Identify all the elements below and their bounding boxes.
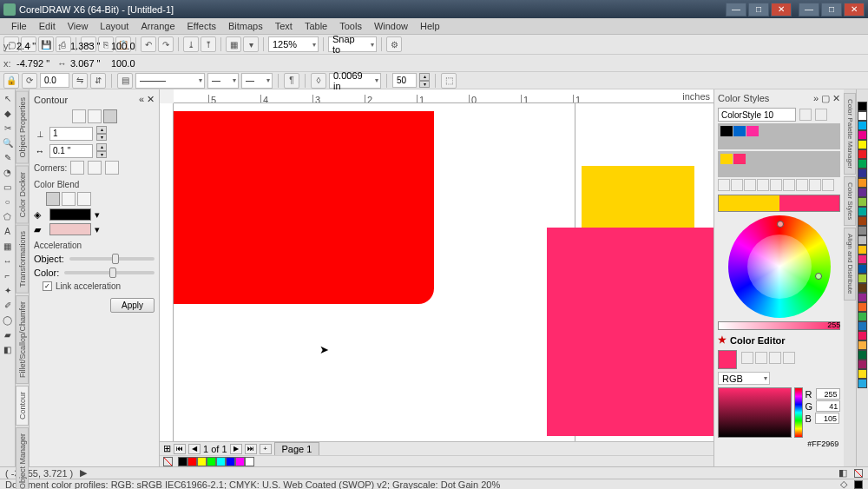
page-corner-icon[interactable]: ⊞ [163,443,171,454]
scalex-value[interactable]: 100.0 [111,58,149,69]
zoom-dropdown[interactable]: 125% [268,36,319,52]
palette-swatch-4[interactable] [858,140,867,149]
import-icon[interactable]: ⤓ [183,36,199,52]
contour-fill-swatch[interactable] [49,223,91,235]
crop-tool-icon[interactable]: ✂ [1,121,15,135]
palette-swatch-19[interactable] [858,283,867,293]
palette-swatch-14[interactable] [858,235,867,245]
menu-layout[interactable]: Layout [94,19,135,33]
arrow-end-dropdown[interactable]: — [241,73,273,89]
status-fill-swatch[interactable] [854,469,863,478]
palette-yellow[interactable] [197,457,207,466]
menu-text[interactable]: Text [269,19,299,33]
style-name-input[interactable] [718,108,796,122]
palette-swatch-26[interactable] [858,350,867,360]
minimize-button[interactable]: — [726,3,746,17]
wrap-icon[interactable]: ¶ [284,73,299,89]
palette-swatch-2[interactable] [858,121,867,130]
nofill-icon[interactable] [163,457,173,466]
palette-swatch-25[interactable] [858,340,867,350]
style-tool-3[interactable] [744,179,756,191]
freehand-tool-icon[interactable]: ✎ [1,150,15,164]
undo-icon[interactable]: ↶ [141,36,156,52]
color-field[interactable] [718,387,792,438]
options-dropdown-icon[interactable]: ▾ [243,36,259,52]
tab-transformations[interactable]: Transformations [16,225,29,294]
docker-close-icon[interactable]: ✕ [147,94,155,105]
pink-rectangle-shape[interactable] [547,228,713,436]
rtab-palette-mgr[interactable]: Color Palette Manager [844,93,856,175]
palette-swatch-18[interactable] [858,274,867,283]
tab-color-docker[interactable]: Color Docker [16,166,29,224]
w-value[interactable]: 3.067 " [70,58,108,69]
linestyle-dropdown[interactable]: ——— [135,73,205,89]
ellipse-tool-icon[interactable]: ○ [1,195,15,208]
contour-offset-input[interactable] [49,144,93,158]
palette-swatch-11[interactable] [858,207,867,216]
color-model-dropdown[interactable]: RGB [718,372,770,385]
editor-current-swatch[interactable] [718,350,737,369]
apply-button[interactable]: Apply [110,298,155,313]
open-icon[interactable]: ⌂ [21,36,36,52]
blend-direct-icon[interactable] [46,192,60,206]
accel-color-slider[interactable] [64,271,155,274]
zoom-tool-icon[interactable]: 🔍 [1,135,15,149]
outline-icon[interactable]: ◊ [311,73,326,89]
palette-swatch-5[interactable] [858,149,867,159]
vertical-ruler[interactable] [160,103,174,441]
publish-icon[interactable]: ▦ [226,36,241,52]
palette-swatch-15[interactable] [858,245,867,254]
menu-effects[interactable]: Effects [181,19,222,33]
outline-dropdown-icon[interactable]: ▾ [95,209,100,221]
fill-tool-icon[interactable]: ▰ [1,327,15,341]
mirror-h-icon[interactable]: ⇋ [72,73,88,89]
first-page-button[interactable]: ⏮ [174,444,186,454]
palette-swatch-20[interactable] [858,293,867,302]
menu-edit[interactable]: Edit [33,19,62,33]
page-tab[interactable]: Page 1 [274,442,320,456]
g-input[interactable] [816,400,840,412]
paste-icon[interactable]: 📋 [115,36,131,52]
link-accel-checkbox[interactable]: ✓ [43,281,52,291]
style-action2-icon[interactable] [815,109,827,121]
mirror-v-icon[interactable]: ⇵ [90,73,106,89]
style-tool-6[interactable] [783,179,795,191]
contour-outside-icon[interactable] [103,109,117,123]
convert-icon[interactable]: ⬚ [441,73,457,89]
text-tool-icon[interactable]: A [1,224,15,238]
copy-icon[interactable]: ⎘ [98,36,114,52]
style-tool-1[interactable] [718,179,730,191]
doc-minimize-button[interactable]: — [799,3,819,17]
palette-swatch-0[interactable] [858,102,867,111]
style-tool-4[interactable] [757,179,769,191]
outline-width-dropdown[interactable]: 0.0069 in [329,73,381,89]
hue-slider[interactable] [794,387,802,438]
style-tool-7[interactable] [796,179,808,191]
add-page-button[interactable]: + [260,444,272,454]
style-tool-8[interactable] [809,179,821,191]
table-tool-icon[interactable]: ▦ [1,239,15,253]
rtab-align[interactable]: Align and Distribute [844,228,856,300]
palette-swatch-7[interactable] [858,169,867,178]
palette-swatch-3[interactable] [858,130,867,140]
copies-spinner[interactable]: ▴▾ [419,73,430,88]
redo-icon[interactable]: ↷ [158,36,174,52]
palette-swatch-22[interactable] [858,312,867,321]
palette-cyan[interactable] [216,457,226,466]
menu-window[interactable]: Window [368,19,414,33]
palette-swatch-16[interactable] [858,254,867,264]
doc-maximize-button[interactable]: □ [821,3,842,17]
horizontal-ruler[interactable]: 54 32 10 11 inches [174,89,713,103]
offset-spinner[interactable]: ▴▾ [96,143,107,158]
prev-page-button[interactable]: ◀ [188,444,201,454]
tab-fillet[interactable]: Fillet/Scallop/Chamfer [16,295,29,384]
order-icon[interactable]: ▤ [117,73,133,89]
palette-black[interactable] [178,457,187,466]
style-tool-5[interactable] [770,179,782,191]
docker-collapse-icon[interactable]: « [139,94,144,105]
next-page-button[interactable]: ▶ [230,444,242,454]
hex-value[interactable]: #FF2969 [718,438,840,450]
red-rectangle-shape[interactable] [174,111,434,304]
outline-tool-icon[interactable]: ◯ [1,313,15,327]
style-tool-2[interactable] [731,179,743,191]
